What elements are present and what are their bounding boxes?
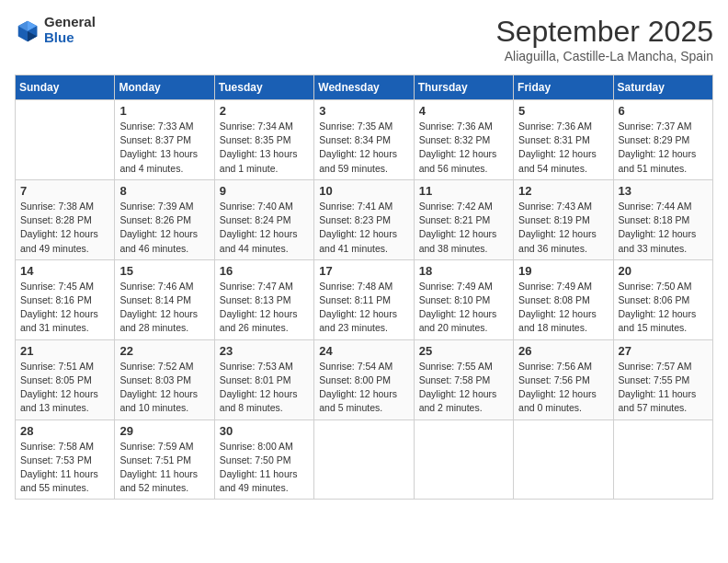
calendar-cell: 5Sunrise: 7:36 AMSunset: 8:31 PMDaylight… [514,100,613,180]
day-number: 9 [220,184,309,198]
day-number: 17 [319,264,408,278]
calendar-cell: 29Sunrise: 7:59 AMSunset: 7:51 PMDayligh… [115,419,214,500]
calendar-cell: 21Sunrise: 7:51 AMSunset: 8:05 PMDayligh… [16,339,115,419]
weekday-header: Tuesday [214,75,313,100]
calendar-cell: 25Sunrise: 7:55 AMSunset: 7:58 PMDayligh… [414,339,513,419]
calendar-cell: 9Sunrise: 7:40 AMSunset: 8:24 PMDaylight… [214,179,313,259]
calendar-cell: 27Sunrise: 7:57 AMSunset: 7:55 PMDayligh… [613,339,712,419]
day-number: 21 [20,344,109,358]
calendar-cell [613,419,712,500]
calendar-cell [314,419,414,500]
weekday-header: Thursday [414,75,513,100]
calendar-table: SundayMondayTuesdayWednesdayThursdayFrid… [15,75,713,500]
day-info: Sunrise: 7:47 AMSunset: 8:13 PMDaylight:… [220,280,309,336]
day-info: Sunrise: 7:36 AMSunset: 8:32 PMDaylight:… [419,120,508,176]
day-info: Sunrise: 7:51 AMSunset: 8:05 PMDaylight:… [20,360,109,416]
day-number: 22 [119,344,209,358]
day-info: Sunrise: 7:49 AMSunset: 8:10 PMDaylight:… [419,280,508,336]
calendar-cell: 19Sunrise: 7:49 AMSunset: 8:08 PMDayligh… [514,259,613,339]
page-header: General Blue September 2025 Aliaguilla, … [15,15,713,63]
day-info: Sunrise: 7:56 AMSunset: 7:56 PMDaylight:… [518,360,608,416]
calendar-cell: 28Sunrise: 7:58 AMSunset: 7:53 PMDayligh… [16,419,115,500]
calendar-cell: 26Sunrise: 7:56 AMSunset: 7:56 PMDayligh… [514,339,613,419]
day-number: 26 [518,344,608,358]
day-info: Sunrise: 7:57 AMSunset: 7:55 PMDaylight:… [619,360,708,416]
month-title: September 2025 [495,15,713,49]
calendar-cell: 3Sunrise: 7:35 AMSunset: 8:34 PMDaylight… [314,100,414,180]
day-number: 10 [319,184,408,198]
day-info: Sunrise: 7:41 AMSunset: 8:23 PMDaylight:… [319,200,408,256]
day-info: Sunrise: 7:34 AMSunset: 8:35 PMDaylight:… [220,120,309,176]
logo-general-text: General [44,15,96,30]
calendar-cell: 16Sunrise: 7:47 AMSunset: 8:13 PMDayligh… [214,259,313,339]
logo-text: General Blue [44,15,96,45]
calendar-cell: 13Sunrise: 7:44 AMSunset: 8:18 PMDayligh… [613,179,712,259]
logo: General Blue [15,15,96,45]
day-number: 5 [518,104,608,118]
calendar-cell: 23Sunrise: 7:53 AMSunset: 8:01 PMDayligh… [214,339,313,419]
day-number: 29 [119,424,209,438]
calendar-cell: 6Sunrise: 7:37 AMSunset: 8:29 PMDaylight… [613,100,712,180]
logo-icon [15,17,40,43]
day-number: 13 [619,184,708,198]
calendar-cell: 30Sunrise: 8:00 AMSunset: 7:50 PMDayligh… [214,419,313,500]
day-info: Sunrise: 7:38 AMSunset: 8:28 PMDaylight:… [20,200,109,256]
day-info: Sunrise: 7:44 AMSunset: 8:18 PMDaylight:… [619,200,708,256]
day-info: Sunrise: 7:49 AMSunset: 8:08 PMDaylight:… [518,280,608,336]
day-number: 19 [518,264,608,278]
day-info: Sunrise: 7:54 AMSunset: 8:00 PMDaylight:… [319,360,408,416]
location-text: Aliaguilla, Castille-La Mancha, Spain [495,49,713,63]
calendar-cell: 4Sunrise: 7:36 AMSunset: 8:32 PMDaylight… [414,100,513,180]
calendar-cell [414,419,513,500]
day-number: 3 [319,104,408,118]
day-number: 16 [220,264,309,278]
calendar-cell: 22Sunrise: 7:52 AMSunset: 8:03 PMDayligh… [115,339,214,419]
day-info: Sunrise: 7:39 AMSunset: 8:26 PMDaylight:… [119,200,209,256]
calendar-week-row: 1Sunrise: 7:33 AMSunset: 8:37 PMDaylight… [16,100,713,180]
calendar-cell: 15Sunrise: 7:46 AMSunset: 8:14 PMDayligh… [115,259,214,339]
day-info: Sunrise: 7:45 AMSunset: 8:16 PMDaylight:… [20,280,109,336]
calendar-cell: 24Sunrise: 7:54 AMSunset: 8:00 PMDayligh… [314,339,414,419]
day-number: 12 [518,184,608,198]
day-number: 8 [119,184,209,198]
day-number: 25 [419,344,508,358]
weekday-header: Monday [115,75,214,100]
day-info: Sunrise: 7:46 AMSunset: 8:14 PMDaylight:… [119,280,209,336]
calendar-cell: 17Sunrise: 7:48 AMSunset: 8:11 PMDayligh… [314,259,414,339]
calendar-cell: 14Sunrise: 7:45 AMSunset: 8:16 PMDayligh… [16,259,115,339]
day-number: 24 [319,344,408,358]
day-info: Sunrise: 7:55 AMSunset: 7:58 PMDaylight:… [419,360,508,416]
day-number: 1 [119,104,209,118]
day-info: Sunrise: 7:48 AMSunset: 8:11 PMDaylight:… [319,280,408,336]
weekday-header: Sunday [16,75,115,100]
day-info: Sunrise: 7:37 AMSunset: 8:29 PMDaylight:… [619,120,708,176]
day-info: Sunrise: 7:35 AMSunset: 8:34 PMDaylight:… [319,120,408,176]
day-number: 7 [20,184,109,198]
day-number: 18 [419,264,508,278]
day-number: 27 [619,344,708,358]
day-number: 14 [20,264,109,278]
calendar-week-row: 21Sunrise: 7:51 AMSunset: 8:05 PMDayligh… [16,339,713,419]
weekday-header: Saturday [613,75,712,100]
day-number: 11 [419,184,508,198]
calendar-cell: 2Sunrise: 7:34 AMSunset: 8:35 PMDaylight… [214,100,313,180]
day-info: Sunrise: 7:50 AMSunset: 8:06 PMDaylight:… [619,280,708,336]
day-number: 23 [220,344,309,358]
day-info: Sunrise: 7:43 AMSunset: 8:19 PMDaylight:… [518,200,608,256]
calendar-week-row: 14Sunrise: 7:45 AMSunset: 8:16 PMDayligh… [16,259,713,339]
calendar-header: SundayMondayTuesdayWednesdayThursdayFrid… [16,75,713,100]
calendar-week-row: 28Sunrise: 7:58 AMSunset: 7:53 PMDayligh… [16,419,713,500]
day-info: Sunrise: 7:58 AMSunset: 7:53 PMDaylight:… [20,440,109,496]
weekday-header: Friday [514,75,613,100]
calendar-cell [16,100,115,180]
day-info: Sunrise: 7:40 AMSunset: 8:24 PMDaylight:… [220,200,309,256]
calendar-cell: 1Sunrise: 7:33 AMSunset: 8:37 PMDaylight… [115,100,214,180]
calendar-cell [514,419,613,500]
day-number: 20 [619,264,708,278]
day-number: 2 [220,104,309,118]
day-number: 4 [419,104,508,118]
calendar-cell: 8Sunrise: 7:39 AMSunset: 8:26 PMDaylight… [115,179,214,259]
logo-blue-text: Blue [44,30,96,46]
day-info: Sunrise: 8:00 AMSunset: 7:50 PMDaylight:… [220,440,309,496]
calendar-cell: 10Sunrise: 7:41 AMSunset: 8:23 PMDayligh… [314,179,414,259]
